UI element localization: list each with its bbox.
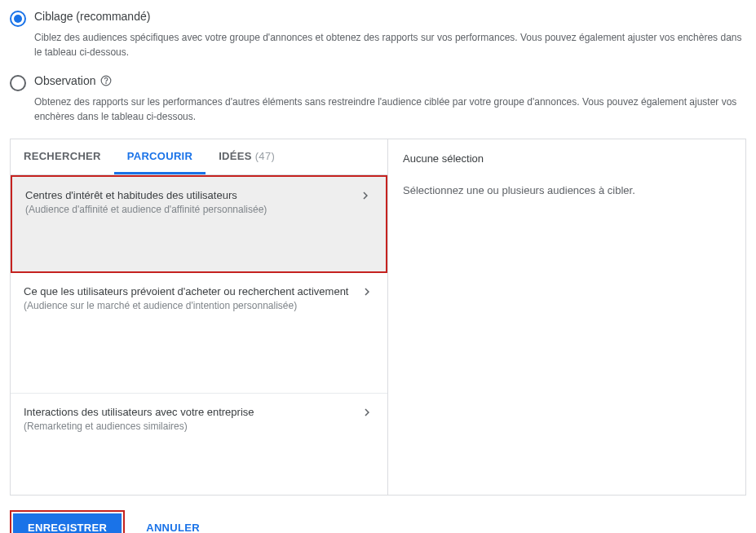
radio-observation[interactable]	[10, 75, 26, 91]
tab-browse[interactable]: PARCOURIR	[114, 139, 206, 174]
tabs: RECHERCHER PARCOURIR IDÉES (47)	[11, 139, 387, 175]
save-button-highlight: ENREGISTRER	[10, 510, 125, 533]
radio-targeting[interactable]	[10, 11, 26, 27]
radio-targeting-desc: Ciblez des audiences spécifiques avec vo…	[34, 30, 746, 59]
panel-right: Aucune sélection Sélectionnez une ou plu…	[388, 139, 745, 495]
tab-ideas-label: IDÉES	[219, 150, 252, 162]
panel-left: RECHERCHER PARCOURIR IDÉES (47) Centres …	[11, 139, 388, 495]
save-button[interactable]: ENREGISTRER	[13, 513, 122, 533]
selection-hint: Sélectionnez une ou plusieurs audiences …	[403, 184, 731, 196]
list-item-remarketing[interactable]: Interactions des utilisateurs avec votre…	[11, 394, 387, 491]
radio-option-observation[interactable]: Observation Obtenez des rapports sur les…	[10, 74, 746, 124]
chevron-right-icon	[360, 284, 374, 302]
audience-list: Centres d'intérêt et habitudes des utili…	[11, 175, 387, 495]
selection-header: Aucune sélection	[403, 152, 731, 165]
list-item-title: Interactions des utilisateurs avec votre…	[24, 405, 351, 420]
radio-targeting-label: Ciblage (recommandé)	[34, 10, 150, 23]
chevron-right-icon	[360, 405, 374, 422]
tab-ideas-count: (47)	[255, 150, 275, 162]
cancel-button[interactable]: ANNULER	[131, 513, 214, 533]
list-item-title: Centres d'intérêt et habitudes des utili…	[25, 188, 350, 203]
list-item-market[interactable]: Ce que les utilisateurs prévoient d'ache…	[11, 273, 387, 394]
list-item-subtitle: (Audience d'affinité et audience d'affin…	[25, 204, 350, 215]
list-item-subtitle: (Audience sur le marché et audience d'in…	[24, 300, 351, 311]
audiences-panel: RECHERCHER PARCOURIR IDÉES (47) Centres …	[10, 139, 746, 496]
radio-observation-label: Observation	[34, 74, 112, 87]
list-item-subtitle: (Remarketing et audiences similaires)	[24, 421, 351, 432]
tab-ideas[interactable]: IDÉES (47)	[206, 139, 288, 174]
svg-point-1	[106, 83, 107, 84]
radio-option-targeting[interactable]: Ciblage (recommandé) Ciblez des audience…	[10, 10, 746, 59]
radio-observation-desc: Obtenez des rapports sur les performance…	[34, 95, 746, 124]
list-item-title: Ce que les utilisateurs prévoient d'ache…	[24, 284, 351, 299]
tab-search[interactable]: RECHERCHER	[11, 139, 114, 174]
list-item-interests[interactable]: Centres d'intérêt et habitudes des utili…	[11, 175, 387, 273]
chevron-right-icon	[358, 188, 373, 205]
footer: ENREGISTRER ANNULER	[10, 510, 746, 533]
help-icon[interactable]	[100, 75, 112, 86]
